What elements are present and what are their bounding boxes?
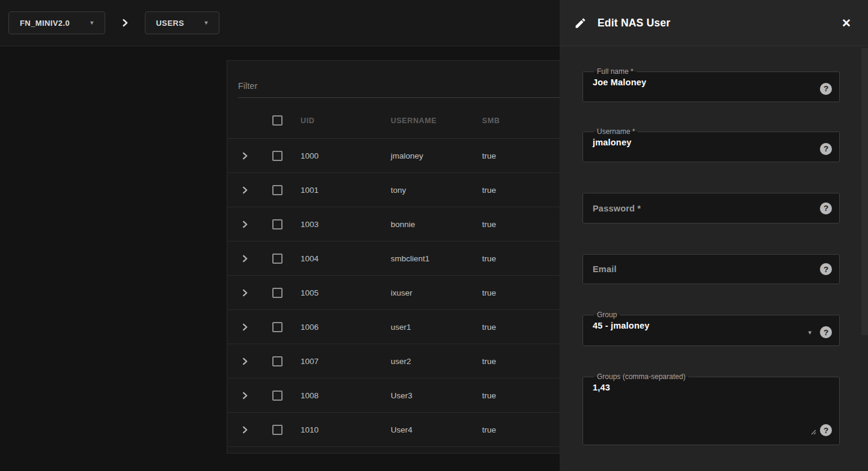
row-checkbox[interactable] — [272, 151, 283, 161]
row-checkbox[interactable] — [272, 185, 283, 195]
groups-textarea[interactable]: Groups (comma-separated) 1,43 ? — [582, 372, 840, 445]
username-label: Username * — [594, 127, 638, 136]
panel-scrollbar-thumb[interactable] — [861, 48, 868, 335]
chevron-down-icon: ▾ — [808, 329, 811, 336]
section-select-label: USERS — [156, 19, 185, 28]
cell-uid: 1007 — [292, 357, 391, 366]
password-label: Password * — [591, 204, 641, 213]
cell-username: ixuser — [391, 288, 482, 297]
help-icon[interactable]: ? — [820, 263, 832, 275]
row-checkbox[interactable] — [272, 219, 283, 229]
cell-username: smbclient1 — [391, 254, 482, 263]
expand-row-button[interactable] — [227, 255, 262, 263]
username-field[interactable]: Username * jmaloney ? — [582, 127, 840, 162]
full-name-field[interactable]: Full name * Joe Maloney ? — [582, 67, 840, 102]
cell-uid: 1006 — [292, 323, 391, 332]
column-header-username[interactable]: USERNAME — [391, 117, 482, 125]
cell-uid: 1000 — [292, 151, 391, 160]
help-icon[interactable]: ? — [820, 326, 832, 338]
cell-uid: 1010 — [292, 425, 391, 434]
cell-uid: 1005 — [292, 288, 391, 297]
panel-title: Edit NAS User — [598, 17, 670, 29]
cell-username: User4 — [391, 425, 482, 434]
row-checkbox[interactable] — [272, 322, 283, 332]
group-label: Group — [594, 311, 620, 319]
checkbox-icon — [272, 115, 283, 126]
cell-username: User3 — [391, 391, 482, 400]
cell-username: user1 — [391, 323, 482, 332]
system-select-label: FN_MINIV2.0 — [20, 19, 70, 28]
expand-row-button[interactable] — [227, 392, 262, 400]
resize-handle-icon[interactable] — [810, 428, 816, 435]
row-checkbox[interactable] — [272, 356, 283, 366]
expand-row-button[interactable] — [227, 186, 262, 194]
cell-username: bonnie — [391, 220, 482, 229]
full-name-label: Full name * — [594, 67, 637, 76]
breadcrumb-separator-icon — [121, 19, 129, 27]
help-icon[interactable]: ? — [820, 143, 832, 155]
help-icon[interactable]: ? — [820, 424, 832, 436]
groups-label: Groups (comma-separated) — [594, 372, 688, 381]
cell-username: user2 — [391, 357, 482, 366]
help-icon[interactable]: ? — [820, 202, 832, 214]
panel-header: Edit NAS User ✕ — [560, 0, 868, 46]
expand-row-button[interactable] — [227, 323, 262, 331]
close-icon[interactable]: ✕ — [839, 15, 854, 31]
select-all-checkbox[interactable] — [262, 115, 292, 126]
expand-row-button[interactable] — [227, 357, 262, 365]
row-checkbox[interactable] — [272, 390, 283, 401]
cell-username: tony — [391, 186, 482, 195]
section-select-button[interactable]: USERS ▾ — [145, 11, 219, 34]
row-checkbox[interactable] — [272, 288, 283, 298]
system-select-button[interactable]: FN_MINIV2.0 ▾ — [8, 11, 105, 34]
username-value: jmaloney — [591, 136, 831, 147]
edit-nas-user-panel: Edit NAS User ✕ Full name * Joe Maloney … — [560, 0, 868, 471]
cell-uid: 1004 — [292, 254, 391, 263]
email-label: Email — [591, 264, 617, 274]
group-value: 45 - jmaloney — [591, 319, 831, 330]
expand-row-button[interactable] — [227, 426, 262, 434]
password-field[interactable]: Password * ? — [582, 193, 840, 223]
edit-pencil-icon — [574, 17, 587, 29]
cell-username: jmaloney — [391, 151, 482, 160]
help-icon[interactable]: ? — [820, 83, 832, 95]
column-header-uid[interactable]: UID — [292, 117, 391, 125]
row-checkbox[interactable] — [272, 254, 283, 264]
full-name-value: Joe Maloney — [591, 76, 831, 87]
groups-value: 1,43 — [591, 381, 831, 392]
cell-uid: 1001 — [292, 186, 391, 195]
expand-row-button[interactable] — [227, 220, 262, 228]
expand-row-button[interactable] — [227, 152, 262, 160]
cell-uid: 1008 — [292, 391, 391, 400]
row-checkbox[interactable] — [272, 425, 283, 435]
email-field[interactable]: Email ? — [582, 254, 840, 284]
group-select[interactable]: Group 45 - jmaloney ▾ ? — [582, 311, 840, 346]
chevron-down-icon: ▾ — [204, 20, 207, 26]
chevron-down-icon: ▾ — [90, 20, 93, 26]
cell-uid: 1003 — [292, 220, 391, 229]
expand-row-button[interactable] — [227, 289, 262, 297]
